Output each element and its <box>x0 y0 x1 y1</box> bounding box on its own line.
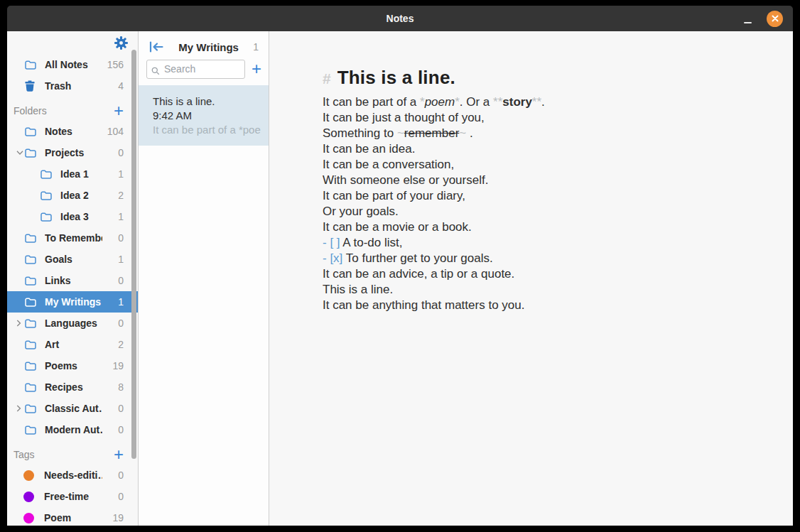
editor-line[interactable]: - [x] To further get to your goals. <box>323 251 772 266</box>
chevron-down-icon[interactable] <box>16 151 23 156</box>
folder-label: To Remember <box>45 232 102 244</box>
text-segment: This is a line. <box>323 283 393 296</box>
text-segment: Something to <box>323 126 397 140</box>
folder-label: Links <box>45 275 102 286</box>
folder-item-goals[interactable]: Goals1 <box>7 249 138 270</box>
folder-item-art[interactable]: Art2 <box>7 334 138 355</box>
folder-item-projects[interactable]: Projects0 <box>7 142 138 163</box>
folder-icon <box>25 298 36 307</box>
note-list-pane: My Writings 1 + This is a line.9:42 AMIt… <box>139 31 269 526</box>
folder-item-modern-aut[interactable]: Modern Aut…0 <box>7 419 138 440</box>
tag-label: Needs-editi… <box>44 469 102 481</box>
editor-line[interactable]: It can be anything that matters to you. <box>323 298 772 313</box>
tags-section-header: Tags + <box>7 440 138 465</box>
editor-line[interactable]: Something to ~remember~ . <box>323 126 772 141</box>
folder-count: 1 <box>102 168 124 180</box>
editor-line[interactable]: This is a line. <box>323 282 772 298</box>
folder-count: 0 <box>102 147 124 158</box>
folder-label: Goals <box>45 254 102 265</box>
folder-icon <box>25 276 36 286</box>
folder-count: 104 <box>102 126 124 137</box>
text-segment: . <box>466 126 472 140</box>
folder-label: Poems <box>45 360 102 371</box>
titlebar: Notes <box>7 6 793 31</box>
chevron-right-icon[interactable] <box>16 320 21 327</box>
editor-line[interactable]: It can be a conversation, <box>323 157 772 173</box>
editor-line[interactable]: Or your goals. <box>323 204 772 219</box>
editor-line[interactable]: It can be an advice, a tip or a quote. <box>323 266 772 282</box>
folder-icon <box>25 319 36 328</box>
tag-item-poem[interactable]: Poem19 <box>7 507 138 526</box>
editor-line[interactable]: It can be part of your diary, <box>323 188 772 204</box>
text-segment: It can be just a thought of you, <box>323 111 485 124</box>
add-tag-button[interactable]: + <box>114 447 124 462</box>
folder-count: 0 <box>102 403 124 414</box>
note-editor[interactable]: # This is a line. It can be part of a *p… <box>269 31 793 526</box>
folder-item-languages[interactable]: Languages0 <box>7 313 138 334</box>
text-segment: remember <box>404 126 459 140</box>
text-segment: It can be part of your diary, <box>323 189 465 202</box>
folder-item-classic-aut[interactable]: Classic Aut…0 <box>7 398 138 419</box>
text-segment: ~ <box>459 126 466 140</box>
notes-window: Notes <box>7 6 793 526</box>
folder-count: 0 <box>102 275 124 286</box>
note-list-count: 1 <box>253 41 259 53</box>
tag-label: Poem <box>44 512 102 523</box>
text-segment: It can be a conversation, <box>323 158 454 171</box>
sidebar-item-all-notes[interactable]: All Notes156 <box>7 54 138 75</box>
note-item-title: This is a line. <box>153 95 261 107</box>
text-segment: . <box>541 95 545 109</box>
folder-item-my-writings[interactable]: My Writings1 <box>7 291 138 313</box>
folder-label: Art <box>45 339 102 350</box>
text-segment: Or your goals. <box>323 205 399 218</box>
add-folder-button[interactable]: + <box>114 104 124 118</box>
editor-line[interactable]: It can be a movie or a book. <box>323 219 772 235</box>
tag-count: 0 <box>102 491 124 502</box>
gear-icon[interactable] <box>114 36 128 50</box>
minimize-button[interactable] <box>738 9 757 28</box>
editor-line[interactable]: It can be part of a *poem*. Or a **story… <box>323 94 772 110</box>
folder-item-poems[interactable]: Poems19 <box>7 355 138 376</box>
tag-label: Free-time <box>44 491 102 502</box>
new-note-button[interactable]: + <box>252 62 261 76</box>
folder-count: 0 <box>102 317 124 329</box>
text-segment: * <box>455 95 460 109</box>
editor-line[interactable]: - [ ] A to-do list, <box>323 235 772 251</box>
note-item-time: 9:42 AM <box>153 109 261 121</box>
sidebar-item-trash[interactable]: Trash4 <box>7 75 138 97</box>
sidebar-scrollbar[interactable] <box>131 50 136 459</box>
folder-item-idea-2[interactable]: Idea 22 <box>7 185 138 206</box>
editor-line[interactable]: It can be an idea. <box>323 141 772 157</box>
folder-item-to-remember[interactable]: To Remember0 <box>7 227 138 249</box>
folder-count: 1 <box>102 296 124 308</box>
text-segment: A to-do list, <box>342 236 402 249</box>
folder-item-idea-1[interactable]: Idea 11 <box>7 163 138 185</box>
search-input[interactable] <box>146 60 245 79</box>
note-list-item[interactable]: This is a line.9:42 AMIt can be part of … <box>139 85 269 146</box>
note-heading[interactable]: # This is a line. <box>323 67 772 89</box>
tag-item-needs-editi[interactable]: Needs-editi…0 <box>7 465 138 486</box>
folder-count: 2 <box>102 339 124 350</box>
tag-item-free-time[interactable]: Free-time0 <box>7 486 138 507</box>
folder-count: 0 <box>102 424 124 435</box>
collapse-sidebar-icon[interactable] <box>148 41 164 53</box>
editor-line[interactable]: It can be just a thought of you, <box>323 110 772 126</box>
text-segment: To further get to your goals. <box>346 251 493 265</box>
folder-label: Classic Aut… <box>45 403 102 414</box>
chevron-right-icon[interactable] <box>16 405 21 412</box>
close-button[interactable] <box>767 11 783 27</box>
folder-label: Recipes <box>45 381 102 393</box>
folder-count: 2 <box>102 190 124 201</box>
folder-item-recipes[interactable]: Recipes8 <box>7 376 138 398</box>
text-segment: * <box>420 95 425 109</box>
editor-line[interactable]: With someone else or yourself. <box>323 173 772 188</box>
folder-item-links[interactable]: Links0 <box>7 270 138 291</box>
text-segment: - [ ] <box>323 236 342 249</box>
tag-color-dot <box>23 492 34 502</box>
folder-icon <box>25 255 36 264</box>
tag-color-dot <box>23 470 34 481</box>
folder-label: Notes <box>45 126 102 137</box>
folder-item-idea-3[interactable]: Idea 31 <box>7 206 138 227</box>
folder-item-notes[interactable]: Notes104 <box>7 121 138 142</box>
text-segment: It can be part of a <box>323 95 420 109</box>
